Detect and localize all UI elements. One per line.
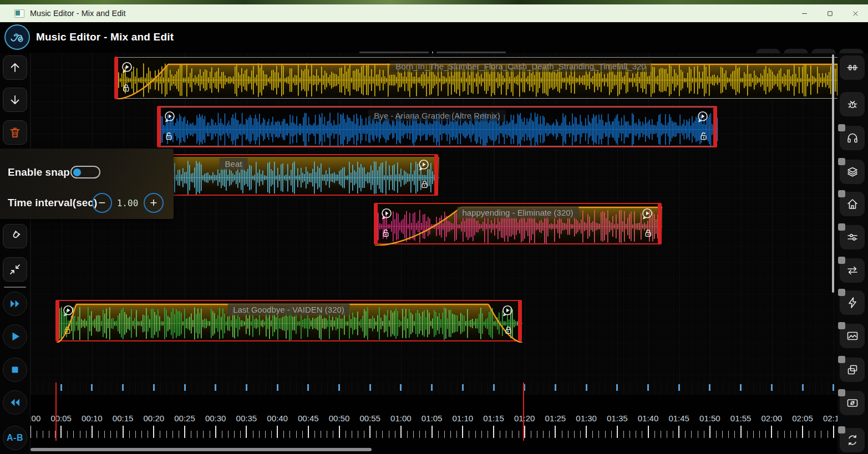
clip-play-icon[interactable]	[696, 110, 709, 126]
minor-tick	[605, 431, 606, 438]
minor-tick	[623, 431, 624, 438]
minor-tick	[382, 431, 383, 438]
playhead-marker-a[interactable]	[55, 382, 57, 441]
denoise-button[interactable]	[840, 92, 865, 116]
merge-layers-button[interactable]	[840, 160, 865, 184]
waveform-view-button[interactable]	[840, 324, 865, 348]
snap-grid-tick	[740, 384, 742, 391]
stop-button[interactable]	[3, 358, 27, 382]
clip-trim-handle-right[interactable]	[713, 106, 717, 147]
ab-loop-button[interactable]: A-B	[3, 426, 27, 450]
minor-tick	[129, 431, 130, 438]
clip-happyending-eliminate[interactable]: happyending - Eliminate (320)	[374, 203, 662, 244]
clip-play-icon[interactable]	[380, 207, 393, 223]
major-tick	[400, 426, 402, 438]
preview-button[interactable]	[840, 126, 865, 150]
timeline-ruler[interactable]: 00:0000:0500:1000:1500:2000:2500:3000:35…	[31, 382, 837, 454]
equalizer-button[interactable]	[840, 225, 865, 249]
home-button[interactable]	[840, 192, 865, 216]
major-tick	[678, 426, 679, 438]
move-track-up-button[interactable]	[3, 55, 27, 80]
clip-play-icon[interactable]	[641, 207, 654, 223]
enable-snap-toggle[interactable]	[70, 166, 100, 178]
os-titlebar: Music Editor - Mix and Edit	[0, 4, 868, 22]
clip-trim-handle-left[interactable]	[114, 57, 118, 99]
snap-grid-tick	[122, 384, 124, 391]
time-label: 00:40	[267, 414, 288, 423]
clip-trim-handle-left[interactable]	[157, 106, 161, 147]
clip-trim-handle-left[interactable]	[55, 300, 59, 341]
clip-locked-icon[interactable]	[643, 228, 653, 241]
minor-tick	[790, 431, 791, 438]
playhead-marker-b[interactable]	[523, 382, 524, 441]
clip-trim-handle-right[interactable]	[434, 154, 438, 196]
minor-tick	[333, 431, 333, 438]
clip-born-in-the-slumber[interactable]: Born_In_The_Slumber_Flora_Cash_Death_Str…	[115, 57, 837, 99]
close-button[interactable]	[842, 4, 868, 22]
minor-tick	[210, 431, 210, 438]
clip-unlocked-icon[interactable]	[698, 131, 709, 144]
major-tick	[586, 426, 587, 438]
play-button[interactable]	[3, 324, 27, 349]
collapse-tracks-button[interactable]	[3, 257, 27, 282]
clip-unlocked-icon[interactable]	[164, 131, 174, 144]
clip-locked-icon[interactable]	[121, 83, 131, 95]
minor-tick	[809, 431, 809, 438]
minor-tick	[222, 431, 222, 438]
minimize-icon	[800, 9, 809, 18]
snap-tool-button[interactable]	[3, 224, 27, 248]
effects-button[interactable]	[840, 290, 865, 315]
major-tick	[802, 426, 803, 438]
minor-tick	[698, 431, 698, 438]
minimize-button[interactable]	[791, 4, 817, 22]
clip-locked-icon[interactable]	[419, 179, 430, 192]
snap-grid-tick	[307, 384, 309, 391]
minor-tick	[456, 431, 457, 438]
clip-play-icon[interactable]	[62, 304, 75, 320]
horizontal-scrollbar[interactable]	[31, 448, 372, 451]
play-bubble-icon	[696, 110, 709, 124]
clip-play-icon[interactable]	[120, 61, 134, 76]
minor-tick	[321, 431, 321, 438]
major-tick	[555, 426, 556, 438]
delete-clip-button[interactable]	[3, 120, 27, 145]
minor-tick	[98, 431, 99, 438]
clip-play-icon[interactable]	[501, 304, 514, 320]
minor-tick	[673, 431, 673, 438]
maximize-button[interactable]	[817, 4, 842, 22]
major-tick	[308, 426, 309, 438]
clip-play-icon[interactable]	[163, 110, 176, 126]
reload-button[interactable]	[840, 428, 865, 452]
snap-grid-tick	[277, 384, 278, 391]
minor-tick	[395, 431, 395, 438]
interval-increase-button[interactable]: +	[144, 193, 164, 213]
minor-tick	[469, 431, 469, 438]
major-tick	[246, 426, 247, 438]
clip-trim-handle-right[interactable]	[658, 203, 662, 244]
interval-decrease-button[interactable]: −	[92, 193, 112, 213]
minor-tick	[438, 431, 439, 438]
clip-trim-handle-right[interactable]	[518, 300, 522, 341]
clip-bye-ariana-grande[interactable]: Bye - Ariana Grande (Altre Remix)	[157, 106, 717, 147]
clip-play-icon[interactable]	[417, 159, 430, 174]
clip-locked-icon[interactable]	[62, 325, 73, 338]
minor-tick	[419, 431, 420, 438]
vertical-scrollbar[interactable]	[832, 54, 834, 293]
crossfade-button[interactable]	[840, 258, 865, 283]
minor-tick	[821, 431, 821, 438]
duplicate-button[interactable]	[840, 358, 865, 382]
minor-tick	[512, 431, 512, 438]
time-label: 00:15	[113, 414, 134, 423]
minor-tick	[376, 431, 377, 438]
major-tick	[709, 426, 710, 438]
minor-tick	[611, 431, 612, 438]
fast-forward-button[interactable]	[3, 292, 27, 316]
clip-unlocked-icon[interactable]	[380, 228, 391, 241]
clip-locked-icon[interactable]	[503, 325, 514, 338]
fit-tracks-button[interactable]	[840, 55, 865, 80]
clip-trim-handle-left[interactable]	[374, 203, 378, 244]
replace-audio-button[interactable]	[840, 391, 865, 415]
rewind-button[interactable]	[3, 390, 27, 415]
clip-last-goodbye-vaiden[interactable]: Last Goodbye - VAIDEN (320)	[55, 300, 522, 341]
move-track-down-button[interactable]	[3, 88, 27, 112]
